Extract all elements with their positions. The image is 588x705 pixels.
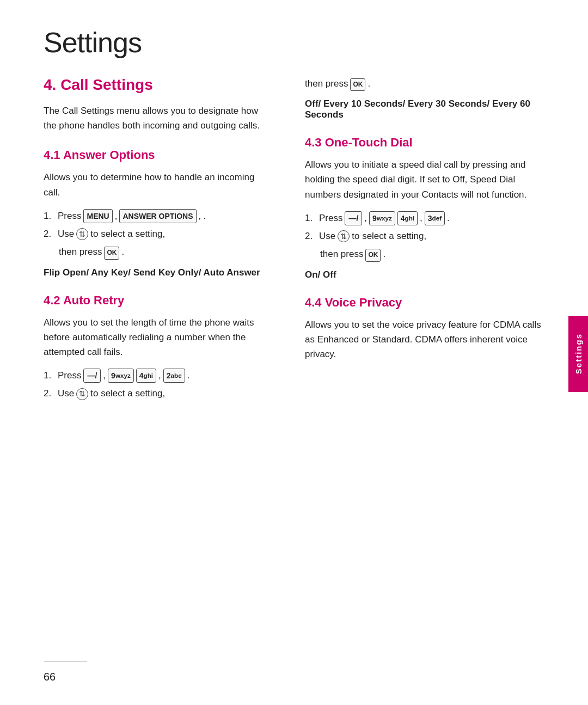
one-touch-step2-cont: then press OK . <box>305 247 544 261</box>
nine-key-badge-ar: 9 wxyz <box>108 369 134 383</box>
auto-retry-then-press: then press OK . <box>305 76 544 91</box>
auto-retry-step2: 2. Use ⇅ to select a setting, <box>44 386 272 401</box>
step-num: 1. <box>44 209 56 223</box>
nav-key-badge-ar: ⇅ <box>76 388 88 400</box>
nav-key-badge-otd: ⇅ <box>338 230 350 242</box>
step-num-2: 2. <box>44 226 56 241</box>
content-area: 4. Call Settings The Call Settings menu … <box>0 76 588 404</box>
answer-key-badge: ANSWER OPTIONS <box>119 209 196 223</box>
page-title: Settings <box>0 0 588 76</box>
menu-key-badge: MENU <box>83 209 112 223</box>
one-touch-step1: 1. Press —/ , 9 wxyz 4 ghi , 3 def . <box>305 211 544 225</box>
left-column: 4. Call Settings The Call Settings menu … <box>44 76 272 404</box>
four-key-badge-otd: 4 ghi <box>397 211 418 225</box>
auto-retry-body: Allows you to set the length of time the… <box>44 315 272 360</box>
answer-options-step2: 2. Use ⇅ to select a setting, <box>44 226 272 241</box>
one-touch-options: On/ Off <box>305 269 544 280</box>
voice-privacy-body: Allows you to set the voice privacy feat… <box>305 317 544 362</box>
one-touch-dial-title: 4.3 One-Touch Dial <box>305 136 544 150</box>
nav-key-badge: ⇅ <box>76 228 88 240</box>
three-key-badge-otd: 3 def <box>425 211 445 225</box>
four-key-badge-ar: 4 ghi <box>136 369 156 383</box>
auto-retry-title: 4.2 Auto Retry <box>44 293 272 308</box>
answer-options-step1: 1. Press MENU , ANSWER OPTIONS , . <box>44 209 272 223</box>
answer-options-body: Allows you to determine how to handle an… <box>44 170 272 199</box>
answer-options-values: Flip Open/ Any Key/ Send Key Only/ Auto … <box>44 267 272 278</box>
call-settings-title: 4. Call Settings <box>44 76 272 94</box>
bottom-separator <box>44 661 87 662</box>
page-number: 66 <box>44 671 56 683</box>
nine-key-badge-otd: 9 wxyz <box>369 211 395 225</box>
ok-key-badge: OK <box>104 247 119 259</box>
one-touch-dial-body: Allows you to initiate a speed dial call… <box>305 157 544 202</box>
step-text: Press <box>58 209 81 223</box>
answer-options-step2-cont: then press OK . <box>44 244 272 259</box>
ok-key-badge-ar: OK <box>350 78 365 91</box>
end-key-badge-ar: —/ <box>83 369 101 383</box>
answer-options-title: 4.1 Answer Options <box>44 148 272 162</box>
voice-privacy-title: 4.4 Voice Privacy <box>305 296 544 310</box>
call-settings-intro: The Call Settings menu allows you to des… <box>44 103 272 133</box>
ok-key-badge-otd: OK <box>365 249 381 261</box>
sidebar-tab: Settings <box>568 316 588 392</box>
sidebar-tab-label: Settings <box>574 333 583 374</box>
auto-retry-options: Off/ Every 10 Seconds/ Every 30 Seconds/… <box>305 99 544 120</box>
right-column: then press OK . Off/ Every 10 Seconds/ E… <box>305 76 544 404</box>
end-key-badge-otd: —/ <box>345 211 362 225</box>
two-key-badge-ar: 2 abc <box>163 369 185 383</box>
one-touch-step2: 2. Use ⇅ to select a setting, <box>305 229 544 243</box>
auto-retry-step1: 1. Press —/ , 9 wxyz 4 ghi , 2 abc . <box>44 368 272 383</box>
